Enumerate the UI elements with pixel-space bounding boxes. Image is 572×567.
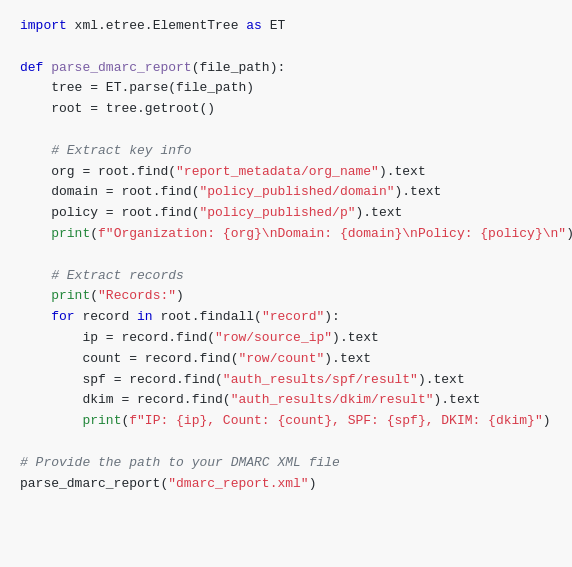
code-token: def	[20, 60, 43, 75]
code-token: for	[51, 309, 74, 324]
code-token: "policy_published/p"	[199, 205, 355, 220]
code-token: (	[90, 226, 98, 241]
code-token: org	[20, 164, 82, 179]
code-line: ip = record.find("row/source_ip").text	[20, 328, 552, 349]
code-token: policy	[20, 205, 106, 220]
code-token: "report_metadata/org_name"	[176, 164, 379, 179]
code-line: dkim = record.find("auth_results/dkim/re…	[20, 390, 552, 411]
code-token	[20, 226, 51, 241]
code-token	[20, 288, 51, 303]
code-token: parse_dmarc_report	[51, 60, 191, 75]
code-block: import xml.etree.ElementTree as ET def p…	[20, 16, 552, 494]
code-line: print(f"Organization: {org}\nDomain: {do…	[20, 224, 552, 245]
code-token: tree.getroot()	[98, 101, 215, 116]
code-token: ).text	[356, 205, 403, 220]
code-token: tree	[20, 80, 90, 95]
code-token: )	[176, 288, 184, 303]
code-token: # Extract records	[20, 268, 184, 283]
code-token: "Records:"	[98, 288, 176, 303]
code-line: # Extract records	[20, 266, 552, 287]
code-line: org = root.find("report_metadata/org_nam…	[20, 162, 552, 183]
code-token: "dmarc_report.xml"	[168, 476, 308, 491]
code-token: import	[20, 18, 67, 33]
code-line	[20, 245, 552, 266]
code-line	[20, 432, 552, 453]
code-token: spf	[20, 372, 114, 387]
code-token: =	[90, 80, 98, 95]
code-line: tree = ET.parse(file_path)	[20, 78, 552, 99]
code-token: (file_path):	[192, 60, 286, 75]
code-line: policy = root.find("policy_published/p")…	[20, 203, 552, 224]
code-token: ).text	[379, 164, 426, 179]
code-token: =	[106, 330, 114, 345]
code-token: # Extract key info	[20, 143, 192, 158]
code-token: root.find(	[114, 184, 200, 199]
code-token: ).text	[324, 351, 371, 366]
code-token: parse_dmarc_report(	[20, 476, 168, 491]
code-line: root = tree.getroot()	[20, 99, 552, 120]
code-token: ET	[262, 18, 285, 33]
code-line	[20, 37, 552, 58]
code-token: print	[51, 288, 90, 303]
code-line: spf = record.find("auth_results/spf/resu…	[20, 370, 552, 391]
code-token: ):	[324, 309, 340, 324]
code-token: ).text	[395, 184, 442, 199]
code-token: "row/source_ip"	[215, 330, 332, 345]
code-token: in	[137, 309, 153, 324]
code-token: f"Organization: {org}\nDomain: {domain}\…	[98, 226, 566, 241]
code-token: )	[566, 226, 572, 241]
code-line: def parse_dmarc_report(file_path):	[20, 58, 552, 79]
code-line: # Extract key info	[20, 141, 552, 162]
code-token: )	[309, 476, 317, 491]
code-line: import xml.etree.ElementTree as ET	[20, 16, 552, 37]
code-token: "record"	[262, 309, 324, 324]
code-token: ET.parse(file_path)	[98, 80, 254, 95]
code-token: root.find(	[114, 205, 200, 220]
code-token: record.find(	[137, 351, 238, 366]
code-token: record.find(	[129, 392, 230, 407]
code-line: # Provide the path to your DMARC XML fil…	[20, 453, 552, 474]
code-token: count	[20, 351, 129, 366]
code-token	[20, 309, 51, 324]
code-token: ).text	[332, 330, 379, 345]
code-token: f"IP: {ip}, Count: {count}, SPF: {spf}, …	[129, 413, 542, 428]
code-line: print("Records:")	[20, 286, 552, 307]
code-token: ip	[20, 330, 106, 345]
code-token: domain	[20, 184, 106, 199]
code-line: count = record.find("row/count").text	[20, 349, 552, 370]
code-token: (	[90, 288, 98, 303]
code-line: domain = root.find("policy_published/dom…	[20, 182, 552, 203]
code-token: print	[51, 226, 90, 241]
code-token: ).text	[418, 372, 465, 387]
code-token: "policy_published/domain"	[199, 184, 394, 199]
code-token: "auth_results/spf/result"	[223, 372, 418, 387]
code-line: for record in root.findall("record"):	[20, 307, 552, 328]
code-token: =	[106, 184, 114, 199]
code-token: # Provide the path to your DMARC XML fil…	[20, 455, 340, 470]
code-token: dkim	[20, 392, 121, 407]
code-token: root.findall(	[153, 309, 262, 324]
code-token: print	[82, 413, 121, 428]
code-token: xml.etree.ElementTree	[67, 18, 246, 33]
code-line: parse_dmarc_report("dmarc_report.xml")	[20, 474, 552, 495]
code-token: =	[106, 205, 114, 220]
code-token: =	[90, 101, 98, 116]
code-token: as	[246, 18, 262, 33]
code-token: )	[543, 413, 551, 428]
code-container: import xml.etree.ElementTree as ET def p…	[0, 0, 572, 567]
code-token: "auth_results/dkim/result"	[231, 392, 434, 407]
code-line: print(f"IP: {ip}, Count: {count}, SPF: {…	[20, 411, 552, 432]
code-token: ).text	[434, 392, 481, 407]
code-token: =	[129, 351, 137, 366]
code-line	[20, 120, 552, 141]
code-token	[20, 413, 82, 428]
code-token: "row/count"	[238, 351, 324, 366]
code-token: record	[75, 309, 137, 324]
code-token: record.find(	[114, 330, 215, 345]
code-token: root.find(	[90, 164, 176, 179]
code-token: root	[20, 101, 90, 116]
code-token: record.find(	[121, 372, 222, 387]
